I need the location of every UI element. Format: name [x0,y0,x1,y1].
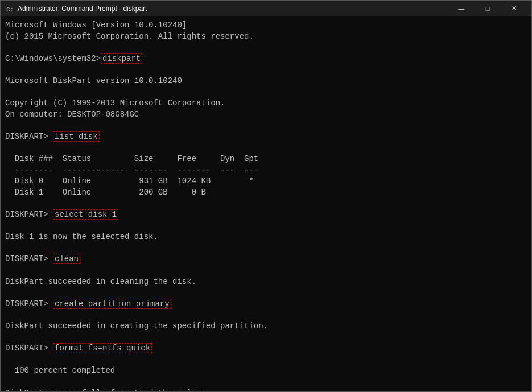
line-blank-6 [5,199,527,210]
cmd-select-disk: select disk 1 [53,209,118,220]
prompt-diskpart-2: DISKPART> [5,210,53,219]
table-disk1-row: Disk 1 Online 200 GB 0 B [5,187,527,199]
line-0: Microsoft Windows [Version 10.0.10240] [5,20,527,31]
line-blank-3 [5,87,527,98]
minimize-button[interactable]: — [448,1,475,16]
line-clean-prompt: DISKPART> clean [5,254,527,265]
line-blank-2 [5,64,527,76]
svg-text:C:: C: [6,6,14,13]
cmd-icon: C: [5,4,14,13]
prompt-diskpart-5: DISKPART> [5,344,53,353]
line-select-disk-prompt: DISKPART> select disk 1 [5,209,527,221]
cmd-window: C: Administrator: Command Prompt - diskp… [0,0,532,392]
line-blank-4 [5,120,527,131]
line-percent: 100 percent completed [5,365,527,377]
prompt-diskpart-1: DISKPART> [5,132,53,141]
cmd-format: format fs=ntfs quick [53,343,152,353]
table-sep-row: -------- ------------- ------- ------- -… [5,165,527,176]
line-blank-13 [5,354,527,366]
line-blank-8 [5,243,527,254]
line-blank-9 [5,265,527,277]
prompt-text: C:\Windows\system32> [5,54,101,63]
cmd-diskpart: diskpart [101,53,142,64]
cmd-clean: clean [53,254,80,264]
line-blank-5 [5,143,527,154]
line-list-disk-prompt: DISKPART> list disk [5,131,527,143]
line-version: Microsoft DiskPart version 10.0.10240 [5,76,527,87]
line-create-prompt: DISKPART> create partition primary [5,299,527,310]
line-format-prompt: DISKPART> format fs=ntfs quick [5,343,527,354]
table-header-row: Disk ### Status Size Free Dyn Gpt [5,154,527,165]
prompt-diskpart-3: DISKPART> [5,254,53,263]
cmd-create-partition: create partition primary [53,299,171,309]
line-diskpart-prompt: C:\Windows\system32>diskpart [5,53,527,65]
line-copyright: Copyright (C) 1999-2013 Microsoft Corpor… [5,98,527,109]
maximize-button[interactable]: □ [475,1,501,16]
line-blank-10 [5,287,527,299]
prompt-diskpart-4: DISKPART> [5,299,53,308]
line-blank-11 [5,310,527,321]
line-selected: Disk 1 is now the selected disk. [5,232,527,243]
console-output[interactable]: Microsoft Windows [Version 10.0.10240] (… [1,16,531,391]
line-blank-14 [5,377,527,388]
cmd-list-disk: list disk [53,131,100,142]
line-format-result: DiskPart successfully formatted the volu… [5,388,527,391]
line-blank-7 [5,221,527,232]
line-computer: On computer: DESKTOP-08G84GC [5,109,527,121]
table-disk0-row: Disk 0 Online 931 GB 1024 KB * [5,176,527,187]
title-bar: C: Administrator: Command Prompt - diskp… [1,1,531,16]
title-bar-buttons: — □ ✕ [448,1,527,16]
line-clean-result: DiskPart succeeded in cleaning the disk. [5,277,527,288]
line-blank-1 [5,42,527,53]
line-1: (c) 2015 Microsoft Corporation. All righ… [5,31,527,43]
close-button[interactable]: ✕ [501,1,527,16]
window-title: Administrator: Command Prompt - diskpart [18,5,448,13]
line-blank-12 [5,332,527,344]
line-create-result: DiskPart succeeded in creating the speci… [5,321,527,332]
